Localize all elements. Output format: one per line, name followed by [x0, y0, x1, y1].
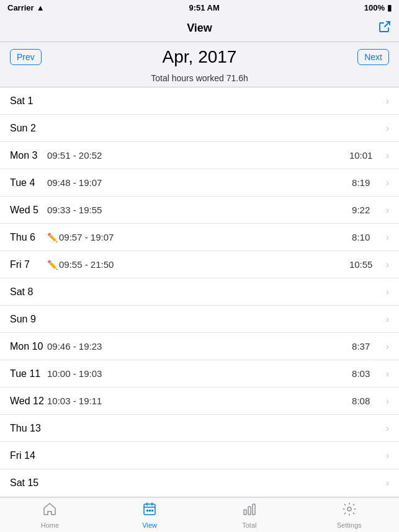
next-button[interactable]: Next: [357, 49, 389, 65]
time-text: 09:33 - 19:55: [47, 205, 102, 215]
day-label: Sun 9: [10, 314, 47, 325]
svg-rect-8: [248, 507, 251, 515]
wifi-icon: ▲: [37, 3, 45, 12]
month-year-title: Apr, 2017: [163, 47, 237, 67]
time-text: 09:51 - 20:52: [47, 150, 102, 161]
day-label: Thu 6: [10, 232, 47, 243]
hours-worked: 8:10: [336, 232, 386, 242]
svg-rect-0: [144, 504, 155, 515]
svg-point-10: [347, 507, 351, 511]
day-label: Sat 1: [10, 95, 47, 107]
status-bar: Carrier ▲ 9:51 AM 100% ▮: [0, 0, 399, 15]
tab-view-label: View: [142, 521, 157, 529]
day-row[interactable]: Sat 1›: [0, 87, 399, 115]
time-text: 10:03 - 19:11: [47, 396, 102, 406]
tab-bar: HomeViewTotalSettings: [0, 497, 399, 532]
chevron-right-icon: ›: [386, 95, 389, 107]
time-text: 09:48 - 19:07: [47, 177, 102, 188]
day-label: Mon 3: [10, 150, 47, 161]
status-left: Carrier ▲: [7, 3, 45, 12]
day-label: Wed 12: [10, 396, 47, 407]
day-row[interactable]: Tue 1110:00 - 19:038:03›: [0, 360, 399, 388]
tab-settings-label: Settings: [337, 521, 362, 529]
hours-worked: 10:55: [336, 259, 386, 270]
chevron-right-icon: ›: [386, 477, 389, 489]
day-row[interactable]: Mon 309:51 - 20:5210:01›: [0, 142, 399, 169]
month-header: Prev Apr, 2017 Next: [0, 42, 399, 72]
day-row[interactable]: Fri 7✏️09:55 - 21:5010:55›: [0, 251, 399, 278]
tab-total[interactable]: Total: [200, 502, 300, 529]
battery-label: 100%: [364, 3, 385, 12]
day-label: Mon 10: [10, 341, 47, 352]
time-range: 10:03 - 19:11: [47, 396, 336, 406]
hours-worked: 9:22: [336, 205, 386, 215]
chevron-right-icon: ›: [386, 423, 389, 434]
nav-title: View: [187, 22, 212, 35]
hours-worked: 8:03: [336, 368, 386, 379]
tab-home-label: Home: [41, 521, 59, 529]
day-label: Tue 4: [10, 177, 47, 188]
svg-rect-4: [146, 510, 148, 512]
day-label: Sun 2: [10, 123, 47, 134]
chevron-right-icon: ›: [386, 314, 389, 325]
time-range: 09:46 - 19:23: [47, 341, 336, 352]
chevron-right-icon: ›: [386, 368, 389, 379]
day-label: Tue 11: [10, 368, 47, 379]
day-row[interactable]: Mon 1009:46 - 19:238:37›: [0, 333, 399, 360]
chevron-right-icon: ›: [386, 259, 389, 270]
nav-bar: View: [0, 15, 399, 42]
chevron-right-icon: ›: [386, 123, 389, 134]
day-row[interactable]: Wed 509:33 - 19:559:22›: [0, 197, 399, 224]
chevron-right-icon: ›: [386, 177, 389, 188]
time-range: 10:00 - 19:03: [47, 368, 336, 379]
day-row[interactable]: Sat 8›: [0, 278, 399, 306]
hours-worked: 8:19: [336, 177, 386, 188]
total-hours-label: Total hours worked 71.6h: [0, 72, 399, 87]
status-right: 100% ▮: [364, 3, 392, 12]
home-icon: [42, 502, 57, 520]
day-label: Wed 5: [10, 205, 47, 216]
chevron-right-icon: ›: [386, 396, 389, 407]
svg-rect-7: [244, 510, 246, 515]
time-range: 09:33 - 19:55: [47, 205, 336, 215]
edit-icon: ✏️: [47, 260, 58, 270]
day-row[interactable]: Fri 14›: [0, 442, 399, 469]
svg-rect-5: [149, 510, 151, 512]
edit-icon: ✏️: [47, 233, 58, 242]
battery-icon: ▮: [387, 3, 392, 12]
chevron-right-icon: ›: [386, 286, 389, 298]
time-range: 09:48 - 19:07: [47, 177, 336, 188]
hours-worked: 8:08: [336, 396, 386, 406]
time-text: 09:55 - 21:50: [59, 259, 114, 270]
scroll-area: Prev Apr, 2017 Next Total hours worked 7…: [0, 42, 399, 532]
time-text: 10:00 - 19:03: [47, 368, 102, 379]
day-label: Thu 13: [10, 423, 47, 434]
time-range: 09:51 - 20:52: [47, 150, 336, 161]
day-row[interactable]: Thu 6✏️09:57 - 19:078:10›: [0, 224, 399, 251]
day-row[interactable]: Sun 2›: [0, 115, 399, 142]
svg-rect-6: [151, 510, 153, 512]
svg-rect-9: [253, 504, 255, 515]
tab-total-label: Total: [242, 521, 256, 529]
time-range: ✏️09:57 - 19:07: [47, 232, 336, 242]
hours-worked: 8:37: [336, 341, 386, 352]
day-label: Fri 14: [10, 450, 47, 461]
tab-view[interactable]: View: [100, 502, 200, 529]
day-row[interactable]: Thu 13›: [0, 415, 399, 442]
chevron-right-icon: ›: [386, 341, 389, 352]
day-row[interactable]: Wed 1210:03 - 19:118:08›: [0, 388, 399, 415]
tab-settings[interactable]: Settings: [299, 502, 399, 529]
day-row[interactable]: Tue 409:48 - 19:078:19›: [0, 169, 399, 197]
settings-icon: [342, 502, 357, 520]
prev-button[interactable]: Prev: [10, 49, 42, 65]
chevron-right-icon: ›: [386, 150, 389, 161]
day-row[interactable]: Sun 9›: [0, 306, 399, 333]
share-button[interactable]: [378, 20, 392, 37]
day-row[interactable]: Sat 15›: [0, 469, 399, 497]
day-label: Fri 7: [10, 259, 47, 270]
carrier-label: Carrier: [7, 3, 34, 12]
view-icon: [142, 502, 157, 520]
status-time: 9:51 AM: [189, 3, 219, 12]
total-icon: [242, 502, 257, 520]
tab-home[interactable]: Home: [0, 502, 100, 529]
